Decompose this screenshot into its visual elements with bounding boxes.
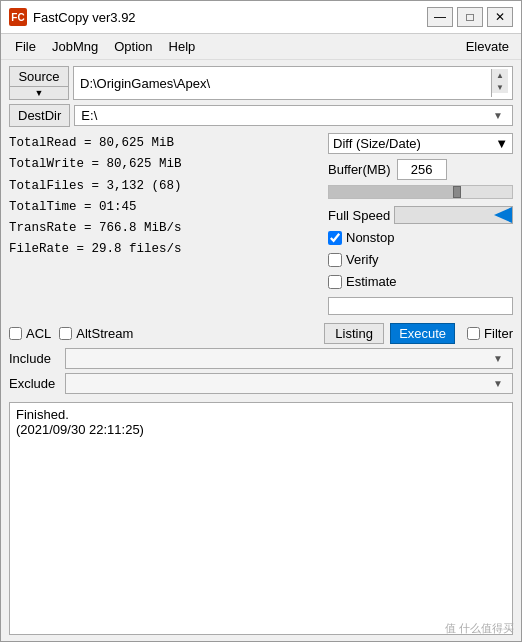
exclude-input[interactable] [70, 376, 488, 391]
stat-line-5: FileRate = 29.8 files/s [9, 239, 320, 260]
verify-label[interactable]: Verify [346, 252, 379, 267]
speed-indicator [494, 207, 512, 223]
filter-check: Filter [467, 326, 513, 341]
diff-select-text: Diff (Size/Date) [333, 136, 495, 151]
menu-file[interactable]: File [7, 36, 44, 57]
altstream-label[interactable]: AltStream [76, 326, 133, 341]
source-button[interactable]: Source [9, 66, 69, 87]
buffer-row: Buffer(MB) [328, 159, 513, 180]
menu-help[interactable]: Help [161, 36, 204, 57]
elevate-button[interactable]: Elevate [460, 37, 515, 56]
right-panel: Diff (Size/Date) ▼ Buffer(MB) Full Speed [328, 133, 513, 315]
execute-button[interactable]: Execute [390, 323, 455, 344]
estimate-checkbox[interactable] [328, 275, 342, 289]
log-line-2: (2021/09/30 22:11:25) [16, 422, 506, 437]
source-scrollbar: ▲ ▼ [491, 69, 508, 97]
minimize-button[interactable]: — [427, 7, 453, 27]
filter-checkbox[interactable] [467, 327, 480, 340]
stat-line-0: TotalRead = 80,625 MiB [9, 133, 320, 154]
title-text: FastCopy ver3.92 [33, 10, 427, 25]
maximize-button[interactable]: □ [457, 7, 483, 27]
log-line-1: Finished. [16, 407, 506, 422]
exclude-row: Exclude ▼ [9, 373, 513, 394]
stats-area: TotalRead = 80,625 MiB TotalWrite = 80,6… [9, 133, 320, 315]
listing-button[interactable]: Listing [324, 323, 384, 344]
exclude-label: Exclude [9, 376, 59, 391]
stat-line-1: TotalWrite = 80,625 MiB [9, 154, 320, 175]
stat-line-4: TransRate = 766.8 MiB/s [9, 218, 320, 239]
exclude-dropdown-arrow[interactable]: ▼ [488, 378, 508, 389]
buffer-label: Buffer(MB) [328, 162, 391, 177]
menu-jobmng[interactable]: JobMng [44, 36, 106, 57]
include-input-container: ▼ [65, 348, 513, 369]
stat-line-2: TotalFiles = 3,132 (68) [9, 176, 320, 197]
source-path-container: ▲ ▼ [73, 66, 513, 100]
source-scroll-up[interactable]: ▲ [492, 69, 508, 81]
title-bar: FC FastCopy ver3.92 — □ ✕ [1, 1, 521, 34]
source-row: Source ▼ ▲ ▼ [9, 66, 513, 100]
bottom-actions: ACL AltStream Listing Execute Filter [9, 323, 513, 344]
watermark: 值 什么值得买 [445, 621, 514, 636]
include-row: Include ▼ [9, 348, 513, 369]
action-buttons: Listing Execute [324, 323, 455, 344]
main-window: FC FastCopy ver3.92 — □ ✕ File JobMng Op… [0, 0, 522, 642]
acl-label[interactable]: ACL [26, 326, 51, 341]
title-controls: — □ ✕ [427, 7, 513, 27]
source-scroll-down[interactable]: ▼ [492, 81, 508, 93]
menu-option[interactable]: Option [106, 36, 160, 57]
estimate-row: Estimate [328, 273, 513, 290]
source-path-input[interactable] [78, 69, 491, 97]
destdir-dropdown-arrow[interactable]: ▼ [488, 110, 508, 121]
main-content: Source ▼ ▲ ▼ DestDir ▼ TotalRead [1, 60, 521, 641]
log-area: Finished. (2021/09/30 22:11:25) [9, 402, 513, 635]
acl-checkbox[interactable] [9, 327, 22, 340]
destdir-path-input[interactable] [79, 108, 488, 123]
exclude-input-container: ▼ [65, 373, 513, 394]
source-btn-group: Source ▼ [9, 66, 69, 100]
include-input[interactable] [70, 351, 488, 366]
speed-bar[interactable] [394, 206, 513, 224]
nonstop-checkbox[interactable] [328, 231, 342, 245]
menu-bar: File JobMng Option Help Elevate [1, 34, 521, 60]
altstream-checkbox[interactable] [59, 327, 72, 340]
source-dropdown-arrow[interactable]: ▼ [9, 87, 69, 100]
destdir-path-container: ▼ [74, 105, 513, 126]
verify-checkbox[interactable] [328, 253, 342, 267]
stat-line-3: TotalTime = 01:45 [9, 197, 320, 218]
speed-label: Full Speed [328, 208, 390, 223]
app-icon: FC [9, 8, 27, 26]
close-button[interactable]: ✕ [487, 7, 513, 27]
destdir-row: DestDir ▼ [9, 104, 513, 127]
destdir-button[interactable]: DestDir [9, 104, 70, 127]
middle-section: TotalRead = 80,625 MiB TotalWrite = 80,6… [9, 133, 513, 315]
diff-select-arrow: ▼ [495, 136, 508, 151]
diff-select[interactable]: Diff (Size/Date) ▼ [328, 133, 513, 154]
buffer-input[interactable] [397, 159, 447, 180]
nonstop-label[interactable]: Nonstop [346, 230, 394, 245]
filter-label[interactable]: Filter [484, 326, 513, 341]
buffer-slider[interactable] [328, 185, 513, 199]
estimate-label[interactable]: Estimate [346, 274, 397, 289]
acl-check: ACL [9, 326, 51, 341]
speed-row: Full Speed [328, 206, 513, 224]
progress-bar [328, 297, 513, 315]
verify-row: Verify [328, 251, 513, 268]
include-label: Include [9, 351, 59, 366]
include-dropdown-arrow[interactable]: ▼ [488, 353, 508, 364]
nonstop-row: Nonstop [328, 229, 513, 246]
altstream-check: AltStream [59, 326, 133, 341]
